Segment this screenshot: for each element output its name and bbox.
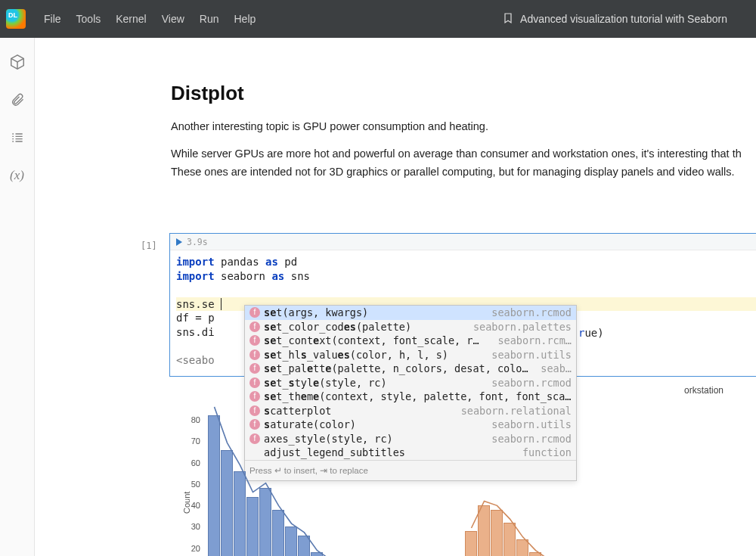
autocomplete-item-name: set_palette(palette, n_colors, desat, co… [264, 362, 572, 376]
paperclip-icon[interactable] [8, 91, 26, 109]
page-title: Distplot [171, 82, 756, 105]
code-fragment: rue) [578, 327, 604, 339]
y-tick: 80 [185, 415, 200, 424]
autocomplete-item[interactable]: fset_hls_values(color, h, l, s)seaborn.u… [245, 348, 576, 362]
document-title: Advanced visualization tutorial with Sea… [520, 13, 727, 25]
autocomplete-item[interactable]: fset_palette(palette, n_colors, desat, c… [245, 362, 576, 376]
paragraph: Another interesting topic is GPU power c… [171, 119, 756, 135]
menu-kernel[interactable]: Kernel [108, 10, 153, 28]
cell-runbar[interactable]: 3.9s [170, 234, 756, 250]
app-logo [6, 9, 26, 29]
menubar: File Tools Kernel View Run Help Advanced… [0, 0, 756, 38]
y-tick: 40 [185, 501, 200, 510]
y-tick: 30 [185, 522, 200, 531]
y-tick: 20 [185, 544, 200, 553]
autocomplete-item-module: seaborn.rcmod [491, 306, 572, 320]
document-title-block: Advanced visualization tutorial with Sea… [502, 12, 727, 26]
autocomplete-item-module: seaborn.rcm… [497, 334, 572, 348]
menu-run[interactable]: Run [192, 10, 227, 28]
autocomplete-item[interactable]: fset_color_codes(palette)seaborn.palette… [245, 320, 576, 334]
output-plot: Count 01020304050607080orkstationClass = [203, 385, 756, 556]
autocomplete-item[interactable]: fset_context(context, font_scale, r…seab… [245, 334, 576, 348]
function-icon: f [249, 335, 260, 346]
autocomplete-item-module: seaborn.palettes [473, 320, 572, 334]
autocomplete-item-module: seab… [541, 362, 572, 376]
left-toolstrip: (x) [0, 38, 35, 556]
cell-exec-time: 3.9s [187, 237, 208, 247]
autocomplete-item[interactable]: fset(args, kwargs)seaborn.rcmod [245, 306, 576, 320]
notebook-main: Distplot Another interesting topic is GP… [35, 38, 756, 556]
menu-file[interactable]: File [36, 10, 69, 28]
function-icon: f [249, 321, 260, 332]
variable-icon[interactable]: (x) [8, 166, 26, 185]
code-cell[interactable]: 3.9s import pandas as pd import seaborn … [169, 233, 756, 377]
kde-curve [203, 385, 756, 556]
bookmark-icon [502, 12, 514, 26]
cell-prompt: [1] [141, 241, 157, 251]
cube-icon[interactable] [8, 53, 26, 71]
paragraph: While server GPUs are more hot and power… [171, 146, 756, 163]
paragraph: These ones are intended not for 3D graph… [171, 164, 756, 181]
run-cell-icon[interactable] [176, 238, 182, 246]
y-tick: 70 [185, 436, 200, 446]
menu-help[interactable]: Help [227, 10, 264, 28]
toc-icon[interactable] [8, 129, 26, 147]
menu-tools[interactable]: Tools [69, 10, 109, 28]
function-icon: f [249, 307, 260, 318]
function-icon: f [249, 363, 260, 374]
y-tick: 50 [185, 480, 200, 489]
menu-view[interactable]: View [154, 10, 192, 28]
autocomplete-item-module: seaborn.utils [491, 348, 572, 362]
function-icon: f [249, 349, 260, 360]
y-tick: 60 [185, 458, 200, 467]
